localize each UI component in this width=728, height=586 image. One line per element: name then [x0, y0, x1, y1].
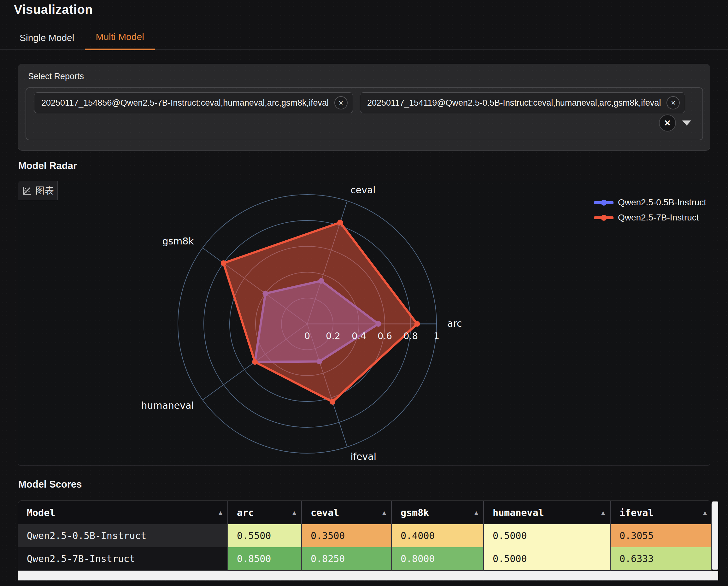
svg-text:ceval: ceval [350, 185, 375, 195]
col-header-gsm8k[interactable]: gsm8k ▲ [391, 501, 483, 524]
tab-single-model[interactable]: Single Model [9, 28, 85, 50]
model-name-cell: Qwen2.5-0.5B-Instruct [18, 524, 228, 547]
col-header-label: ceval [311, 507, 339, 518]
score-cell-humaneval: 0.5000 [483, 524, 610, 547]
sort-arrow-icon: ▲ [601, 509, 605, 516]
select-controls: ✕ [659, 114, 691, 132]
legend-label: Qwen2.5-7B-Instruct [618, 213, 699, 223]
sort-arrow-icon: ▲ [292, 509, 296, 516]
radar-chart-panel: 00.20.40.60.81arccevalgsm8khumanevalifev… [18, 181, 710, 465]
chevron-down-icon[interactable] [682, 121, 691, 126]
col-header-label: humaneval [493, 507, 544, 518]
col-header-arc[interactable]: arc ▲ [228, 501, 301, 524]
score-cell-gsm8k: 0.4000 [391, 524, 483, 547]
legend-item[interactable]: Qwen2.5-0.5B-Instruct [594, 196, 706, 209]
col-header-ifeval[interactable]: ifeval ▲ [610, 501, 711, 524]
table-vertical-scrollbar[interactable] [712, 502, 718, 569]
col-header-ceval[interactable]: ceval ▲ [301, 501, 391, 524]
score-cell-ifeval: 0.6333 [610, 547, 711, 570]
sort-arrow-icon: ▲ [703, 509, 707, 516]
model-scores-table-wrap: Model ▲ arc ▲ ceval ▲ gsm8k ▲ humaneval … [18, 501, 711, 570]
scatter-chart-icon [22, 186, 32, 196]
report-chip: 20250117_154119@Qwen2.5-0.5B-Instruct:ce… [360, 92, 685, 113]
svg-text:0.8: 0.8 [404, 330, 418, 341]
svg-text:0.4: 0.4 [352, 330, 366, 341]
legend-marker [601, 199, 607, 206]
svg-text:0.2: 0.2 [326, 330, 340, 341]
chart-tab[interactable]: 图表 [18, 181, 58, 200]
tab-multi-model[interactable]: Multi Model [85, 27, 155, 50]
model-scores-table: Model ▲ arc ▲ ceval ▲ gsm8k ▲ humaneval … [18, 501, 711, 570]
score-cell-humaneval: 0.5000 [483, 547, 610, 570]
col-header-label: ifeval [620, 507, 654, 518]
col-header-label: gsm8k [400, 507, 429, 518]
reports-multiselect[interactable]: 20250117_154856@Qwen2.5-7B-Instruct:ceva… [26, 87, 703, 140]
legend-marker [601, 215, 607, 221]
svg-text:1: 1 [434, 330, 439, 341]
legend-label: Qwen2.5-0.5B-Instruct [618, 197, 706, 208]
svg-text:gsm8k: gsm8k [162, 236, 194, 247]
col-header-model[interactable]: Model ▲ [18, 501, 228, 524]
report-chip-text: 20250117_154119@Qwen2.5-0.5B-Instruct:ce… [367, 98, 661, 108]
model-scores-heading: Model Scores [18, 479, 82, 490]
tabbar: Single Model Multi Model [0, 27, 728, 50]
sort-arrow-icon: ▲ [382, 509, 386, 516]
svg-text:0.6: 0.6 [378, 330, 392, 341]
col-header-label: Model [27, 507, 55, 518]
selected-report-chips: 20250117_154856@Qwen2.5-7B-Instruct:ceva… [34, 92, 685, 113]
svg-text:humaneval: humaneval [141, 400, 194, 411]
col-header-label: arc [237, 507, 254, 518]
select-reports-panel: Select Reports 20250117_154856@Qwen2.5-7… [18, 64, 710, 151]
col-header-humaneval[interactable]: humaneval ▲ [483, 501, 610, 524]
model-name-cell: Qwen2.5-7B-Instruct [18, 547, 228, 570]
report-chip: 20250117_154856@Qwen2.5-7B-Instruct:ceva… [34, 92, 353, 113]
svg-text:ifeval: ifeval [350, 451, 376, 462]
score-cell-arc: 0.8500 [228, 547, 301, 570]
table-horizontal-scrollbar[interactable] [18, 571, 718, 580]
model-radar-heading: Model Radar [18, 160, 77, 171]
legend-swatch [594, 212, 614, 223]
svg-text:0: 0 [304, 330, 310, 341]
chip-remove-icon[interactable]: ✕ [667, 96, 680, 109]
clear-all-icon[interactable]: ✕ [659, 114, 676, 132]
visualization-page: { "header": { "title": "Visualization" }… [0, 0, 728, 586]
score-cell-gsm8k: 0.8000 [391, 547, 483, 570]
select-reports-label: Select Reports [28, 72, 84, 81]
chart-tab-label: 图表 [36, 185, 54, 197]
sort-arrow-icon: ▲ [474, 509, 478, 516]
score-cell-ceval: 0.3500 [301, 524, 391, 547]
page-title: Visualization [14, 2, 93, 17]
score-cell-arc: 0.5500 [228, 524, 301, 547]
chip-remove-icon[interactable]: ✕ [334, 96, 347, 109]
legend-swatch [594, 196, 614, 209]
sort-arrow-icon: ▲ [218, 509, 223, 516]
legend-item[interactable]: Qwen2.5-7B-Instruct [594, 212, 706, 223]
chart-legend: Qwen2.5-0.5B-Instruct Qwen2.5-7B-Instruc… [594, 196, 706, 223]
report-chip-text: 20250117_154856@Qwen2.5-7B-Instruct:ceva… [41, 98, 329, 108]
score-cell-ifeval: 0.3055 [610, 524, 711, 547]
radar-chart: 00.20.40.60.81arccevalgsm8khumanevalifev… [18, 181, 711, 466]
score-cell-ceval: 0.8250 [301, 547, 391, 570]
svg-text:arc: arc [447, 318, 462, 329]
